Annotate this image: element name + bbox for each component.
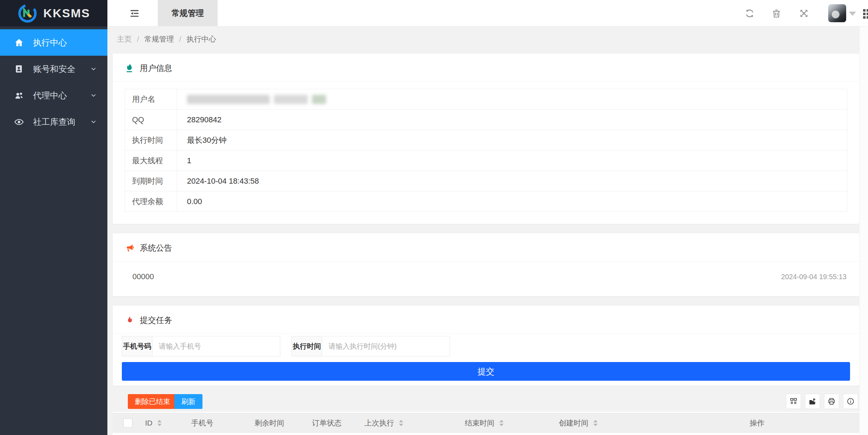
info-label: 代理余额: [125, 191, 177, 212]
sidebar-item-label: 账号和安全: [33, 63, 75, 75]
submit-task-title: 提交任务: [140, 315, 172, 326]
fullscreen-icon[interactable]: [799, 8, 809, 18]
info-label: 用户名: [125, 89, 177, 110]
sidebar-item-account-security[interactable]: 账号和安全: [0, 56, 107, 82]
table-row: 到期时间 2024-10-04 18:43:58: [125, 171, 847, 191]
phone-field-label: 手机号码: [122, 336, 152, 356]
menu-fold-icon[interactable]: [129, 8, 140, 19]
user-info-title: 用户信息: [140, 63, 172, 74]
eye-icon: [14, 117, 24, 127]
task-form-row: 手机号码 执行时间: [122, 336, 850, 356]
top-header: 常规管理: [107, 0, 868, 26]
task-table-header: ID 手机号 剩余时间 订单状态 上次执行 结束时间 创建时间: [113, 413, 859, 433]
announcement-card-header: 系统公告: [113, 233, 859, 262]
table-row: 代理余额 0.00: [125, 191, 847, 212]
exec-time-field-label: 执行时间: [292, 336, 322, 356]
phone-input[interactable]: [152, 336, 280, 356]
avatar-caret-down-icon[interactable]: [849, 12, 856, 16]
phone-field-group: 手机号码: [122, 336, 280, 356]
sidebar-item-exec-center[interactable]: 执行中心: [0, 29, 107, 56]
announcement-body: 00000 2024-09-04 19:55:13: [113, 262, 859, 296]
leaf-icon: [125, 63, 134, 73]
table-row: 执行时间 最长30分钟: [125, 130, 847, 151]
sort-icon[interactable]: [157, 420, 162, 426]
flame-icon: [125, 315, 134, 325]
column-header-end-time[interactable]: 结束时间: [465, 413, 504, 432]
exec-time-input[interactable]: [322, 336, 450, 356]
user-avatar[interactable]: [828, 4, 846, 22]
info-value: 0.00: [177, 191, 847, 212]
chevron-down-icon: [90, 66, 97, 72]
announcement-timestamp: 2024-09-04 19:55:13: [781, 273, 847, 281]
columns-filter-icon[interactable]: [786, 394, 801, 409]
column-header-create-time[interactable]: 创建时间: [559, 413, 598, 432]
delete-finished-button[interactable]: 删除已结束: [128, 394, 177, 409]
home-icon: [14, 38, 24, 48]
breadcrumb-current: 执行中心: [187, 34, 216, 44]
user-info-card: 用户信息 用户名 QQ 28290842 执行时间: [113, 54, 859, 224]
sidebar-item-label: 执行中心: [33, 37, 67, 48]
sidebar-item-label: 社工库查询: [33, 116, 75, 128]
app-logo-icon: [17, 3, 38, 24]
table-tool-icons: [786, 394, 858, 409]
tab-regular-management[interactable]: 常规管理: [158, 0, 218, 26]
more-dots-icon[interactable]: [863, 9, 868, 18]
sidebar-item-sgk-query[interactable]: 社工库查询: [0, 109, 107, 135]
table-row: 最大线程 1: [125, 151, 847, 171]
info-label: 到期时间: [125, 171, 177, 191]
sidebar-item-label: 代理中心: [33, 90, 67, 101]
id-card-icon: [14, 64, 24, 74]
print-icon[interactable]: [824, 394, 839, 409]
announcement-content: 00000: [132, 272, 154, 281]
sort-icon[interactable]: [399, 420, 403, 426]
info-value: 28290842: [177, 110, 847, 130]
exec-time-field-group: 执行时间: [292, 336, 450, 356]
refresh-table-button[interactable]: 刷新: [174, 394, 202, 409]
sidebar-menu: 执行中心 账号和安全 代理中心 社工库查询: [0, 26, 107, 135]
breadcrumb-home[interactable]: 主页: [117, 34, 132, 44]
user-info-body: 用户名 QQ 28290842 执行时间 最长30分钟 最大线程: [113, 82, 859, 224]
table-row: 用户名: [125, 89, 847, 110]
column-header-phone: 手机号: [191, 413, 213, 432]
submit-button[interactable]: 提交: [122, 362, 850, 381]
breadcrumb-regular-management[interactable]: 常规管理: [144, 34, 174, 44]
megaphone-icon: [125, 243, 134, 253]
info-icon[interactable]: [843, 394, 858, 409]
table-row: QQ 28290842: [125, 110, 847, 130]
sidebar: KKSMS 执行中心 账号和安全 代理中心: [0, 0, 107, 435]
column-header-id[interactable]: ID: [145, 413, 162, 432]
submit-task-card-header: 提交任务: [113, 306, 859, 334]
select-all-checkbox[interactable]: [123, 418, 132, 428]
trash-icon[interactable]: [772, 8, 781, 18]
main-area: 主页 / 常规管理 / 执行中心 用户信息 用户名: [107, 26, 868, 435]
info-label: 执行时间: [125, 130, 177, 151]
sort-icon[interactable]: [499, 420, 504, 426]
task-table-body: [113, 433, 859, 435]
breadcrumb-separator: /: [179, 35, 181, 43]
column-header-order-status: 订单状态: [312, 413, 342, 432]
refresh-icon[interactable]: [745, 8, 755, 18]
user-info-card-header: 用户信息: [113, 54, 859, 82]
task-table-toolbar: 删除已结束 刷新: [113, 391, 859, 412]
scrollbar-track[interactable]: [859, 26, 868, 435]
sidebar-item-agent-center[interactable]: 代理中心: [0, 82, 107, 109]
column-header-last-exec[interactable]: 上次执行: [364, 413, 403, 432]
info-label: QQ: [125, 110, 177, 130]
announcement-card: 系统公告 00000 2024-09-04 19:55:13: [113, 233, 859, 296]
submit-task-card: 提交任务 手机号码 执行时间 提交: [113, 306, 859, 386]
app-title: KKSMS: [43, 6, 90, 20]
users-icon: [14, 91, 24, 100]
app-logo: KKSMS: [0, 0, 107, 26]
info-label: 最大线程: [125, 151, 177, 171]
redacted-username: [187, 95, 847, 104]
info-value: 最长30分钟: [177, 130, 847, 151]
sort-icon[interactable]: [593, 420, 598, 426]
info-value: 1: [177, 151, 847, 171]
breadcrumb-separator: /: [137, 35, 139, 43]
info-value: 2024-10-04 18:43:58: [177, 171, 847, 191]
user-info-table: 用户名 QQ 28290842 执行时间 最长30分钟 最大线程: [125, 89, 847, 212]
announcement-title: 系统公告: [140, 243, 172, 253]
chevron-down-icon: [90, 118, 97, 125]
export-icon[interactable]: [805, 394, 820, 409]
tab-label: 常规管理: [171, 8, 204, 19]
